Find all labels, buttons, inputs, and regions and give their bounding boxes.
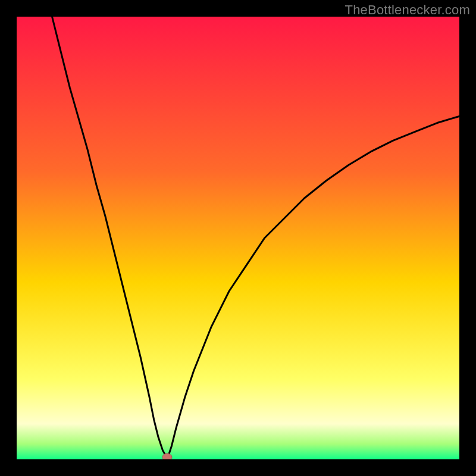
attribution-text: TheBottlenecker.com [345,2,470,18]
chart-background [17,17,459,459]
optimal-point-marker [162,453,172,459]
chart-frame [17,17,459,459]
chart-svg [17,17,459,459]
